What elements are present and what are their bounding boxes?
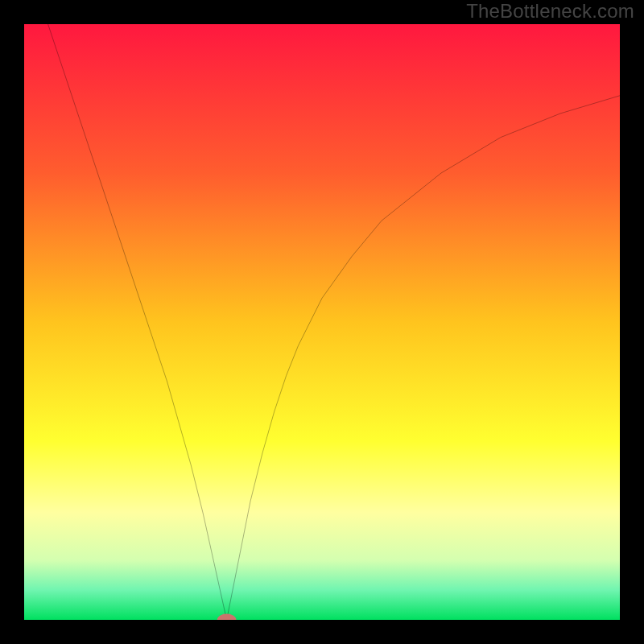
- watermark-text: TheBottleneck.com: [466, 0, 634, 23]
- bottleneck-plot: [24, 24, 620, 620]
- chart-frame: TheBottleneck.com: [0, 0, 644, 644]
- plot-background: [24, 24, 620, 620]
